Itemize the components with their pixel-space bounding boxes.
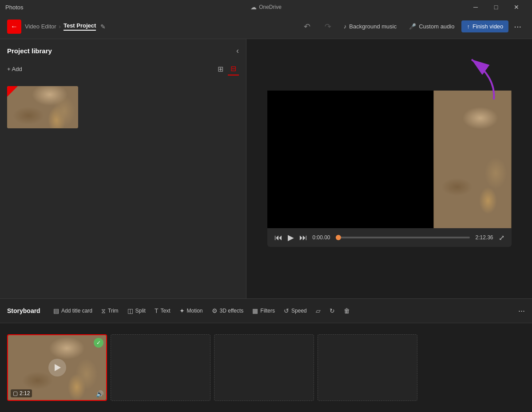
storyboard-clip-4[interactable] — [318, 334, 417, 401]
total-time: 2:12.36 — [475, 234, 493, 241]
finish-video-button[interactable]: ↑ Finish video — [461, 20, 508, 32]
clip-play-icon — [55, 364, 61, 371]
breadcrumb: Video Editor › Test Project ✎ — [25, 22, 106, 31]
filters-icon: ▦ — [252, 307, 258, 314]
music-icon: ♪ — [344, 23, 347, 30]
skip-back-button[interactable]: ⏮ — [274, 233, 282, 242]
arrow-annotation — [458, 55, 503, 106]
export-icon: ↑ — [467, 23, 470, 30]
delete-button[interactable]: 🗑 — [340, 305, 353, 316]
trim-label: Trim — [108, 308, 119, 314]
finish-video-label: Finish video — [472, 23, 503, 30]
back-button[interactable]: ← — [7, 20, 21, 34]
thumb-corner-indicator — [7, 86, 18, 97]
speed-label: Speed — [291, 308, 307, 314]
custom-audio-button[interactable]: 🎤 Custom audio — [404, 20, 460, 32]
storyboard-clip-2[interactable] — [111, 334, 210, 401]
current-time: 0:00.00 — [313, 234, 330, 241]
text-button[interactable]: T Text — [151, 305, 174, 316]
text-icon: T — [155, 307, 159, 314]
preview-container — [267, 91, 512, 228]
view-toggle: ⊞ ⊟ — [215, 63, 239, 75]
window-controls: ─ □ ✕ — [465, 0, 527, 14]
breadcrumb-parent: Video Editor — [25, 23, 56, 30]
toolbar-actions: ♪ Background music 🎤 Custom audio ↑ Fini… — [338, 20, 525, 33]
storyboard-more-button[interactable]: ··· — [518, 306, 525, 316]
rotate-button[interactable]: ↻ — [326, 305, 338, 316]
crop-button[interactable]: ▱ — [312, 305, 324, 316]
project-library-panel: Project library ‹ + Add ⊞ ⊟ — [0, 39, 246, 298]
add-title-card-label: Add title card — [61, 308, 92, 314]
add-media-button[interactable]: + Add — [7, 66, 22, 72]
grid-small-button[interactable]: ⊟ — [228, 63, 239, 75]
storyboard-clip-3[interactable] — [214, 334, 314, 401]
split-button[interactable]: ◫ Split — [124, 305, 149, 316]
play-icon — [40, 104, 47, 111]
filters-button[interactable]: ▦ Filters — [249, 305, 278, 316]
background-music-label: Background music — [349, 23, 397, 30]
storyboard-clip-1[interactable]: ✓ ▢ 2:12 🔊 — [7, 334, 107, 401]
duration-icon: ▢ — [13, 390, 18, 396]
background-music-button[interactable]: ♪ Background music — [338, 20, 402, 32]
progress-bar[interactable] — [336, 237, 470, 238]
storyboard-actions: ▤ Add title card ⧖ Trim ◫ Split T Text ✦… — [50, 305, 525, 317]
cloud-icon: ☁ — [250, 4, 257, 11]
panel-close-button[interactable]: ‹ — [236, 46, 239, 55]
breadcrumb-separator: › — [59, 23, 61, 30]
grid-large-button[interactable]: ⊞ — [215, 63, 226, 75]
speed-button[interactable]: ↺ Speed — [280, 305, 310, 316]
clip-selected-check: ✓ — [94, 338, 103, 348]
preview-area — [267, 91, 512, 228]
motion-button[interactable]: ✦ Motion — [176, 305, 206, 316]
effects-3d-label: 3D effects — [220, 308, 244, 314]
redo-button[interactable]: ↷ — [321, 20, 335, 33]
motion-label: Motion — [187, 308, 203, 314]
trash-icon: 🗑 — [344, 307, 350, 314]
title-bar-left: Photos — [5, 4, 23, 11]
minimize-button[interactable]: ─ — [465, 0, 486, 14]
arrow-icon — [458, 55, 503, 104]
maximize-button[interactable]: □ — [486, 0, 506, 14]
skip-forward-button[interactable]: ⏭ — [299, 233, 307, 242]
preview-panel: ⏮ ▶ ⏭ 0:00.00 2:12.36 ⤢ — [246, 39, 532, 298]
storyboard-clips: ✓ ▢ 2:12 🔊 — [0, 323, 532, 412]
trim-button[interactable]: ⧖ Trim — [98, 305, 122, 317]
playback-controls: ⏮ ▶ ⏭ 0:00.00 2:12.36 ⤢ — [267, 228, 512, 247]
media-thumbnail[interactable] — [7, 86, 78, 128]
clip-audio-icon: 🔊 — [96, 390, 103, 397]
split-icon: ◫ — [127, 307, 133, 314]
audio-icon: 🎤 — [409, 23, 416, 30]
edit-icon[interactable]: ✎ — [100, 23, 106, 30]
onedrive-indicator: ☁ OneDrive — [250, 4, 282, 11]
title-card-icon: ▤ — [53, 307, 59, 314]
panel-toolbar: + Add ⊞ ⊟ — [0, 59, 246, 79]
main-area: Project library ‹ + Add ⊞ ⊟ — [0, 39, 532, 298]
media-thumb-image — [7, 86, 78, 128]
split-label: Split — [135, 308, 146, 314]
toolbar: ← Video Editor › Test Project ✎ ↶ ↷ ♪ Ba… — [0, 14, 532, 39]
clip-play-overlay — [48, 359, 66, 376]
fullscreen-button[interactable]: ⤢ — [499, 234, 504, 242]
play-button[interactable]: ▶ — [288, 233, 294, 242]
effects-icon: ⚙ — [212, 307, 218, 314]
title-bar: Photos ☁ OneDrive ─ □ ✕ — [0, 0, 532, 14]
close-button[interactable]: ✕ — [506, 0, 527, 14]
undo-redo-controls: ↶ ↷ — [300, 20, 335, 33]
effects-3d-button[interactable]: ⚙ 3D effects — [208, 305, 247, 316]
speed-icon: ↺ — [284, 307, 289, 314]
rotate-icon: ↻ — [330, 307, 335, 314]
custom-audio-label: Custom audio — [419, 23, 454, 30]
text-label: Text — [161, 308, 171, 314]
duration-text: 2:12 — [20, 390, 30, 396]
crop-icon: ▱ — [316, 307, 321, 314]
app-name: Photos — [5, 4, 23, 11]
storyboard-title: Storyboard — [7, 307, 43, 314]
add-title-card-button[interactable]: ▤ Add title card — [50, 305, 96, 316]
panel-title: Project library — [7, 47, 52, 55]
filters-label: Filters — [260, 308, 275, 314]
more-options-button[interactable]: ··· — [510, 20, 525, 33]
panel-header: Project library ‹ — [0, 39, 246, 59]
play-overlay[interactable] — [35, 99, 51, 115]
undo-button[interactable]: ↶ — [300, 20, 314, 33]
trim-icon: ⧖ — [101, 307, 106, 315]
